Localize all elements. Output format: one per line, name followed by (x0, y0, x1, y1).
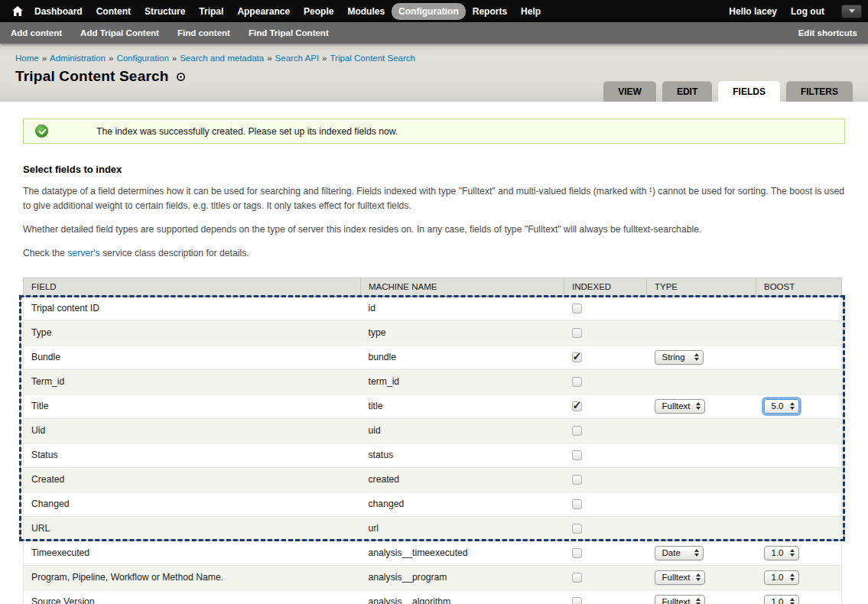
description-paragraph-2: Whether detailed field types are support… (23, 222, 845, 237)
main-content: The index was successfully created. Plea… (0, 102, 868, 604)
boost-select[interactable]: 1.0 (764, 546, 799, 560)
menu-item-dashboard[interactable]: Dashboard (28, 3, 89, 20)
indexed-checkbox[interactable] (572, 524, 582, 534)
stepper-arrows-icon (691, 598, 701, 604)
tab-edit[interactable]: EDIT (662, 81, 712, 102)
table-row: Source Version analysis__algorithm Fullt… (24, 589, 842, 604)
breadcrumb-home[interactable]: Home (15, 54, 39, 63)
indexed-checkbox[interactable] (572, 573, 582, 583)
column-header-field: FIELD (24, 278, 361, 296)
indexed-checkbox[interactable] (572, 328, 582, 338)
type-select[interactable]: Fulltext (655, 570, 705, 585)
machine-name: bundle (361, 345, 564, 369)
breadcrumb-configuration[interactable]: Configuration (116, 54, 168, 63)
machine-name: uid (361, 418, 564, 443)
tab-fields[interactable]: FIELDS (718, 81, 780, 102)
breadcrumb-administration[interactable]: Administration (50, 54, 106, 63)
type-select-value: Fulltext (662, 573, 691, 582)
breadcrumb-search-and-metadata[interactable]: Search and metadata (180, 54, 264, 63)
logout-link[interactable]: Log out (791, 6, 824, 17)
indexed-checkbox[interactable] (572, 377, 582, 387)
column-header-boost: BOOST (756, 278, 842, 296)
shortcut-find-content[interactable]: Find content (177, 28, 230, 37)
field-label: Tripal content ID (24, 296, 361, 320)
field-label: Uid (24, 418, 361, 443)
menu-item-configuration[interactable]: Configuration (392, 3, 466, 20)
type-select[interactable]: Date (655, 546, 704, 560)
indexed-checkbox[interactable] (572, 304, 582, 313)
indexed-checkbox[interactable] (572, 450, 582, 460)
field-label: Timeexecuted (24, 541, 361, 565)
stepper-arrows-icon (691, 402, 701, 410)
table-row: Title title Fulltext 5.0 (24, 394, 842, 418)
field-label: Program, Pipeline, Workflow or Method Na… (24, 565, 361, 589)
shortcut-add-content[interactable]: Add content (11, 28, 62, 37)
field-label: Source Version (24, 589, 361, 604)
boost-select[interactable]: 5.0 (764, 399, 799, 414)
indexed-checkbox[interactable] (572, 499, 582, 509)
table-row: Type type (24, 320, 842, 345)
add-shortcut-icon[interactable] (177, 73, 185, 81)
menu-item-people[interactable]: People (297, 3, 340, 20)
type-select-value: String (662, 352, 685, 362)
type-select[interactable]: Fulltext (655, 595, 705, 604)
indexed-checkbox[interactable] (572, 475, 582, 485)
table-row: Status status (24, 443, 842, 467)
fields-table: FIELD MACHINE NAME INDEXED TYPE BOOST Tr… (23, 278, 842, 604)
menu-item-structure[interactable]: Structure (138, 3, 192, 20)
server-link[interactable]: server's (67, 248, 99, 258)
toolbar-toggle-button[interactable] (841, 5, 862, 18)
menu-item-help[interactable]: Help (514, 3, 548, 20)
indexed-checkbox[interactable] (572, 352, 582, 362)
field-label: Type (24, 320, 361, 345)
edit-shortcuts-link[interactable]: Edit shortcuts (798, 28, 857, 37)
user-greeting[interactable]: Hello lacey (729, 6, 777, 17)
shortcuts-bar: Add content Add Tripal Content Find cont… (0, 22, 868, 44)
boost-select[interactable]: 1.0 (764, 595, 799, 604)
indexed-checkbox[interactable] (572, 548, 582, 558)
shortcut-find-tripal-content[interactable]: Find Tripal Content (249, 28, 329, 37)
tab-view[interactable]: VIEW (603, 81, 656, 102)
menu-item-content[interactable]: Content (89, 3, 138, 20)
home-icon[interactable] (8, 6, 28, 16)
description-paragraph-3: Check the server's service class descrip… (23, 246, 845, 261)
boost-select[interactable]: 1.0 (764, 570, 799, 585)
type-select-value: Fulltext (662, 597, 691, 604)
field-label: URL (24, 516, 361, 541)
chevron-down-icon (849, 9, 855, 13)
page-header: Home»Administration»Configuration»Search… (0, 44, 868, 102)
machine-name: status (361, 443, 564, 467)
type-select[interactable]: String (655, 350, 704, 365)
breadcrumb-tripal-content-search[interactable]: Tripal Content Search (330, 54, 415, 63)
table-row: URL url (24, 516, 842, 541)
machine-name: type (361, 320, 564, 345)
stepper-arrows-icon (785, 573, 795, 581)
type-select[interactable]: Fulltext (655, 399, 705, 414)
boost-select-value: 1.0 (772, 548, 784, 557)
table-row: Term_id term_id (24, 369, 842, 394)
stepper-arrows-icon (785, 402, 795, 410)
stepper-arrows-icon (785, 598, 795, 604)
menu-item-modules[interactable]: Modules (340, 3, 392, 20)
tab-filters[interactable]: FILTERS (786, 81, 853, 102)
indexed-checkbox[interactable] (572, 426, 582, 436)
stepper-arrows-icon (689, 353, 699, 361)
menu-item-reports[interactable]: Reports (466, 3, 514, 20)
column-header-machine-name: MACHINE NAME (361, 278, 564, 296)
menu-item-tripal[interactable]: Tripal (192, 3, 230, 20)
stepper-arrows-icon (691, 573, 701, 581)
field-label: Bundle (24, 345, 361, 369)
field-label: Created (24, 467, 361, 492)
section-heading: Select fields to index (23, 164, 845, 175)
status-message: The index was successfully created. Plea… (23, 119, 845, 144)
machine-name: analysis__algorithm (361, 589, 564, 604)
boost-select-value: 5.0 (772, 401, 784, 411)
menu-item-appearance[interactable]: Appearance (230, 3, 297, 20)
indexed-checkbox[interactable] (572, 597, 582, 604)
primary-tabs: VIEW EDIT FIELDS FILTERS (603, 81, 853, 102)
breadcrumb-search-api[interactable]: Search API (275, 54, 320, 63)
indexed-checkbox[interactable] (572, 401, 582, 411)
admin-toolbar: Dashboard Content Structure Tripal Appea… (0, 0, 868, 22)
shortcut-add-tripal-content[interactable]: Add Tripal Content (80, 28, 159, 37)
machine-name: changed (361, 492, 564, 516)
